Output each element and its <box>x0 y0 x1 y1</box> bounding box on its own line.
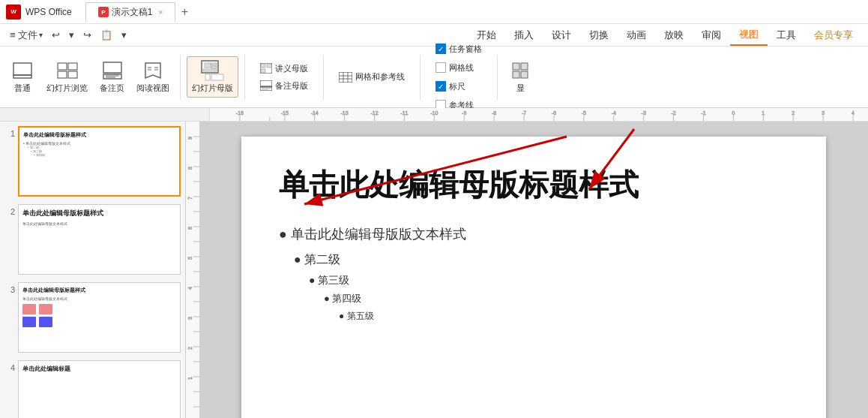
undo-dropdown-button[interactable]: ▾ <box>65 27 78 43</box>
slide-canvas[interactable]: 单击此处编辑母版标题样式 ● 单击此处编辑母版版文本样式 ● 第二级 ● 第三级… <box>241 137 826 418</box>
view-handoutmaster-button[interactable]: 讲义母版 <box>257 62 311 76</box>
slide3-icons-row2 <box>22 317 176 327</box>
svg-text:-16: -16 <box>236 110 244 116</box>
menu-vip[interactable]: 会员专享 <box>805 26 862 45</box>
view-taskpane-checkbox-button[interactable]: ✓ 任务窗格 <box>433 42 485 56</box>
ribbon-ruler-row: ✓ 标尺 <box>433 80 485 94</box>
menu-animation[interactable]: 动画 <box>618 26 655 45</box>
slide2-preview-line1: 单击此处编辑母版文本样式 <box>22 221 176 226</box>
slide-thumbnail-1[interactable]: 1 单击此处编辑母版标题样式 • 单击此处编辑母版文本样式 • 第二级 • 第三… <box>3 125 182 198</box>
view-gridlines-checkbox-button[interactable]: 网格线 <box>433 61 477 75</box>
ribbon-taskpane-row: ✓ 任务窗格 <box>433 42 485 56</box>
ribbon-right-group: 讲义母版 备注母版 <box>251 62 317 93</box>
main-area: 1 单击此处编辑母版标题样式 • 单击此处编辑母版文本样式 • 第二级 • 第三… <box>0 122 868 418</box>
slide-num-2: 2 <box>4 204 15 216</box>
view-slidemaster-button[interactable]: 幻灯片母版 <box>187 56 238 98</box>
slide-image-3[interactable]: 单击此处编辑母版标题样式 单击此处编辑母版文本样式 <box>18 282 181 353</box>
ribbon-more-button[interactable]: 显 <box>504 57 537 97</box>
slide4-preview-title: 单击此处编辑标题 <box>22 365 176 373</box>
ribbon-divider-4 <box>420 55 421 100</box>
tab-add-button[interactable]: + <box>175 3 193 21</box>
file-menu-button[interactable]: ≡ 文件 ▾ <box>6 26 46 44</box>
svg-rect-34 <box>513 63 519 70</box>
svg-text:-10: -10 <box>430 110 438 116</box>
vertical-ruler: 9 8 7 6 5 4 3 2 1 <box>186 122 199 418</box>
view-gridref-label: 网格和参考线 <box>355 71 405 83</box>
vertical-ruler-svg: 9 8 7 6 5 4 3 2 1 <box>186 122 199 418</box>
slide-thumbnail-4[interactable]: 4 单击此处编辑标题 <box>3 359 182 418</box>
slide-thumbnail-2[interactable]: 2 单击此处编辑母版标题样式 单击此处编辑母版文本样式 <box>3 203 182 276</box>
save-button[interactable]: 📋 <box>97 27 116 43</box>
svg-text:-5: -5 <box>582 110 586 116</box>
save-icon: 📋 <box>100 29 112 41</box>
svg-rect-25 <box>260 80 272 86</box>
view-gridref-button[interactable]: 网格和参考线 <box>336 70 408 84</box>
menu-insert[interactable]: 插入 <box>505 26 543 45</box>
menu-tools[interactable]: 工具 <box>768 26 805 45</box>
undo-button[interactable]: ↩ <box>48 27 64 43</box>
svg-rect-29 <box>339 72 352 83</box>
svg-text:-7: -7 <box>522 110 526 116</box>
svg-text:-11: -11 <box>400 110 408 116</box>
view-slidesorter-icon <box>55 60 79 81</box>
taskpane-label: 任务窗格 <box>449 44 482 55</box>
tab-bar: P 演示文稿1 × + <box>85 2 194 22</box>
hamburger-icon: ≡ <box>10 29 16 41</box>
svg-rect-16 <box>211 63 217 65</box>
view-slidemaster-label: 幻灯片母版 <box>192 83 233 94</box>
view-slidemaster-icon <box>201 60 225 81</box>
ribbon-divider-3 <box>323 55 324 100</box>
svg-rect-5 <box>68 71 77 78</box>
view-notes-button[interactable]: 备注页 <box>95 57 129 97</box>
svg-text:2: 2 <box>187 347 193 350</box>
svg-rect-36 <box>513 71 519 78</box>
svg-text:5: 5 <box>187 257 193 260</box>
svg-rect-0 <box>13 63 31 75</box>
menu-view[interactable]: 视图 <box>730 25 768 46</box>
menu-review[interactable]: 审阅 <box>693 26 730 45</box>
slide1-preview-line4: • 第四级 <box>34 153 175 157</box>
view-ruler-checkbox-button[interactable]: ✓ 标尺 <box>433 80 468 94</box>
tab-presentation1[interactable]: P 演示文稿1 × <box>85 2 176 22</box>
svg-text:6: 6 <box>187 227 193 230</box>
ribbon-handout-row: 讲义母版 <box>257 62 311 76</box>
svg-rect-2 <box>58 63 67 70</box>
view-reading-button[interactable]: 阅读视图 <box>132 57 174 97</box>
tab1-close-icon[interactable]: × <box>158 8 163 17</box>
svg-rect-19 <box>211 74 223 80</box>
ruler-checkbox[interactable]: ✓ <box>435 81 446 92</box>
svg-rect-17 <box>211 66 217 68</box>
menu-bar-right: 开始 插入 设计 切换 动画 放映 审阅 视图 工具 会员专享 <box>468 25 862 46</box>
svg-rect-35 <box>521 63 528 70</box>
menu-design[interactable]: 设计 <box>543 26 580 45</box>
svg-text:-6: -6 <box>552 110 556 116</box>
menu-transition[interactable]: 切换 <box>580 26 618 45</box>
slide-image-1[interactable]: 单击此处编辑母版标题样式 • 单击此处编辑母版文本样式 • 第二级 • 第三级 … <box>18 126 181 197</box>
undo-icon: ↩ <box>52 29 60 41</box>
slide3-icons-row <box>22 304 176 314</box>
view-slidesorter-label: 幻灯片浏览 <box>46 83 88 94</box>
slide3-icon2 <box>39 304 52 314</box>
svg-rect-1 <box>13 75 31 78</box>
view-notesmaster-button[interactable]: 备注母版 <box>257 79 311 93</box>
taskpane-checkbox[interactable]: ✓ <box>435 44 446 54</box>
slide-panel: 1 单击此处编辑母版标题样式 • 单击此处编辑母版文本样式 • 第二级 • 第三… <box>0 122 186 418</box>
slide-image-2[interactable]: 单击此处编辑母版标题样式 单击此处编辑母版文本样式 <box>18 204 181 275</box>
svg-text:9: 9 <box>187 137 193 140</box>
menu-slideshow[interactable]: 放映 <box>655 26 693 45</box>
gridlines-checkbox[interactable] <box>435 62 446 73</box>
slide-image-4[interactable]: 单击此处编辑标题 <box>18 360 181 418</box>
ribbon-divider-2 <box>244 55 245 100</box>
redo-button[interactable]: ↪ <box>79 27 95 43</box>
view-notesmaster-label: 备注母版 <box>275 80 308 92</box>
title-bar-left: W WPS Office P 演示文稿1 × + <box>6 2 193 22</box>
svg-rect-22 <box>261 64 265 68</box>
view-normal-button[interactable]: 普通 <box>6 57 39 97</box>
slide-thumbnail-3[interactable]: 3 单击此处编辑母版标题样式 单击此处编辑母版文本样式 <box>3 281 182 354</box>
canvas-with-ruler: 9 8 7 6 5 4 3 2 1 <box>186 122 868 418</box>
view-slidesorter-button[interactable]: 幻灯片浏览 <box>42 57 92 97</box>
svg-text:-15: -15 <box>281 110 289 116</box>
svg-text:-13: -13 <box>341 110 349 116</box>
more-tools-dropdown[interactable]: ▾ <box>118 27 130 43</box>
slide3-icon4 <box>39 317 52 327</box>
